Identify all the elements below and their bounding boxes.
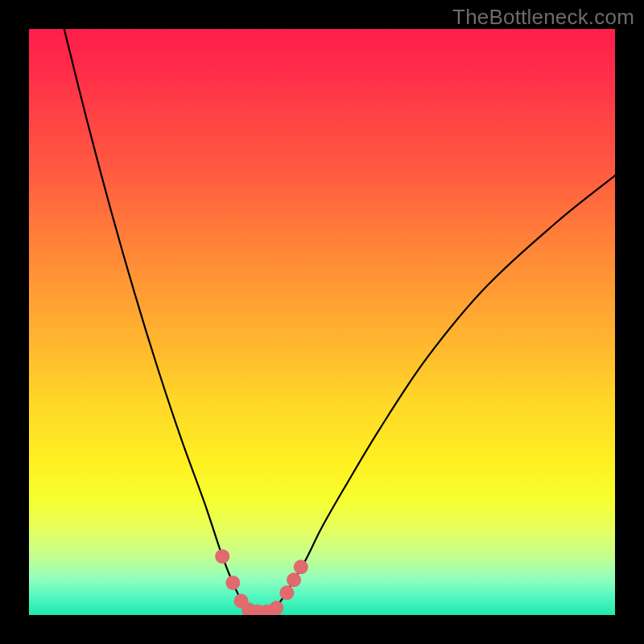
data-marker bbox=[287, 572, 301, 587]
marker-group bbox=[215, 549, 308, 615]
watermark-text: TheBottleneck.com bbox=[452, 5, 634, 30]
right-limb-curve bbox=[275, 175, 615, 609]
data-marker bbox=[279, 585, 294, 600]
curve-layer bbox=[29, 29, 615, 615]
plot-area bbox=[29, 29, 615, 615]
data-marker bbox=[294, 559, 308, 574]
chart-frame: TheBottleneck.com bbox=[0, 0, 644, 644]
data-marker bbox=[269, 601, 283, 615]
data-marker bbox=[225, 576, 240, 590]
data-marker bbox=[215, 549, 229, 564]
left-limb-curve bbox=[64, 29, 246, 609]
